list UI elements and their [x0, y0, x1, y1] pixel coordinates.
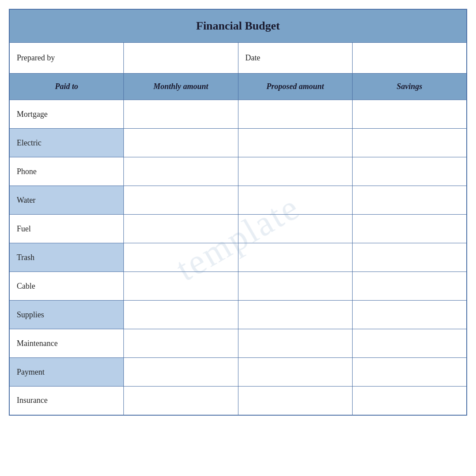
table-row: Insurance: [9, 387, 467, 415]
row-savings-6[interactable]: [353, 272, 467, 301]
col-header-monthly: Monthly amount: [124, 74, 238, 100]
row-monthly-5[interactable]: [124, 243, 238, 272]
table-row: Water: [9, 186, 467, 215]
table-row: Mortgage: [9, 100, 467, 129]
row-monthly-4[interactable]: [124, 215, 238, 243]
date-label: Date: [238, 43, 352, 74]
row-monthly-6[interactable]: [124, 272, 238, 301]
prepared-row: Prepared by Date: [9, 43, 467, 74]
row-savings-10[interactable]: [353, 387, 467, 415]
row-savings-1[interactable]: [353, 129, 467, 157]
row-monthly-2[interactable]: [124, 157, 238, 186]
table-title: Financial Budget: [9, 9, 467, 43]
row-label-5: Trash: [9, 243, 124, 272]
row-proposed-4[interactable]: [238, 215, 352, 243]
row-label-9: Payment: [9, 358, 124, 387]
row-label-10: Insurance: [9, 387, 124, 415]
row-label-3: Water: [9, 186, 124, 215]
date-value[interactable]: [353, 43, 467, 74]
row-label-8: Maintenance: [9, 329, 124, 358]
row-label-4: Fuel: [9, 215, 124, 243]
row-proposed-6[interactable]: [238, 272, 352, 301]
row-savings-0[interactable]: [353, 100, 467, 129]
row-savings-5[interactable]: [353, 243, 467, 272]
row-monthly-10[interactable]: [124, 387, 238, 415]
column-header-row: Paid to Monthly amount Proposed amount S…: [9, 74, 467, 100]
row-proposed-2[interactable]: [238, 157, 352, 186]
data-rows: MortgageElectricPhoneWaterFuelTrashCable…: [9, 100, 467, 415]
row-monthly-9[interactable]: [124, 358, 238, 387]
table-row: Fuel: [9, 215, 467, 243]
row-savings-2[interactable]: [353, 157, 467, 186]
row-savings-8[interactable]: [353, 329, 467, 358]
title-row: Financial Budget: [9, 9, 467, 43]
table-row: Cable: [9, 272, 467, 301]
row-proposed-0[interactable]: [238, 100, 352, 129]
row-proposed-10[interactable]: [238, 387, 352, 415]
row-savings-3[interactable]: [353, 186, 467, 215]
col-header-proposed: Proposed amount: [238, 74, 352, 100]
row-proposed-8[interactable]: [238, 329, 352, 358]
row-monthly-3[interactable]: [124, 186, 238, 215]
row-label-0: Mortgage: [9, 100, 124, 129]
table-row: Supplies: [9, 301, 467, 329]
table-row: Electric: [9, 129, 467, 157]
table-row: Phone: [9, 157, 467, 186]
table-row: Payment: [9, 358, 467, 387]
row-proposed-7[interactable]: [238, 301, 352, 329]
prepared-by-label: Prepared by: [9, 43, 124, 74]
row-monthly-1[interactable]: [124, 129, 238, 157]
row-label-2: Phone: [9, 157, 124, 186]
row-proposed-3[interactable]: [238, 186, 352, 215]
prepared-by-value[interactable]: [124, 43, 238, 74]
budget-table: Financial Budget Prepared by Date Paid t…: [9, 9, 467, 416]
row-monthly-7[interactable]: [124, 301, 238, 329]
row-monthly-0[interactable]: [124, 100, 238, 129]
row-label-7: Supplies: [9, 301, 124, 329]
row-label-6: Cable: [9, 272, 124, 301]
row-proposed-1[interactable]: [238, 129, 352, 157]
row-savings-9[interactable]: [353, 358, 467, 387]
col-header-paid-to: Paid to: [9, 74, 124, 100]
row-savings-4[interactable]: [353, 215, 467, 243]
table-row: Trash: [9, 243, 467, 272]
row-label-1: Electric: [9, 129, 124, 157]
row-proposed-9[interactable]: [238, 358, 352, 387]
row-proposed-5[interactable]: [238, 243, 352, 272]
row-savings-7[interactable]: [353, 301, 467, 329]
table-row: Maintenance: [9, 329, 467, 358]
col-header-savings: Savings: [353, 74, 467, 100]
row-monthly-8[interactable]: [124, 329, 238, 358]
